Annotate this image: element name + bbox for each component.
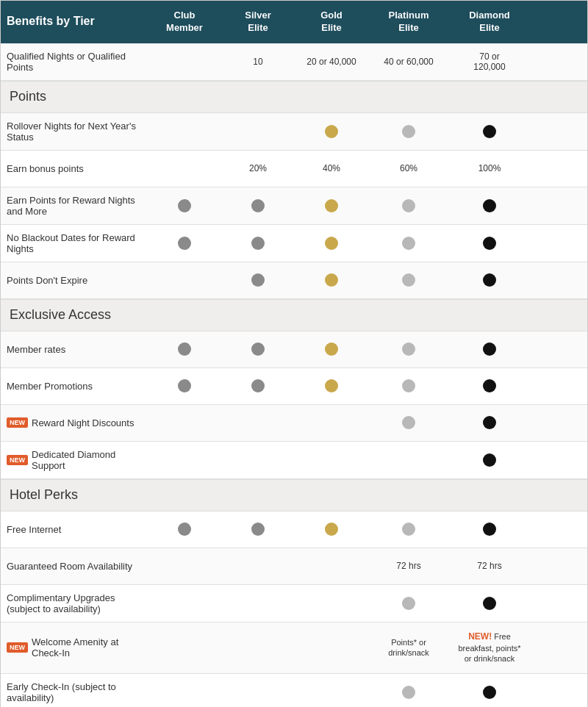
- cell-silver: [221, 515, 295, 543]
- cell-platinum: [368, 678, 449, 706]
- cell-platinum: [368, 589, 449, 617]
- cell-club: [148, 640, 221, 655]
- cell-club: [148, 335, 221, 363]
- cell-platinum: 72 hrs: [368, 553, 449, 578]
- cell-silver: [221, 124, 295, 139]
- cell-club: [148, 54, 221, 69]
- cell-label: Member rates: [1, 337, 148, 362]
- cell-silver: [221, 453, 295, 467]
- cell-platinum: [368, 266, 449, 294]
- table-row: Earn Points for Reward Nights and More: [1, 187, 587, 225]
- cell-diamond: [449, 266, 530, 294]
- benefits-table: Benefits by Tier ClubMember SilverElite …: [0, 0, 588, 707]
- cell-platinum: [368, 335, 449, 363]
- cell-label: NEW Dedicated Diamond Support: [1, 442, 148, 478]
- cell-club: [148, 124, 221, 139]
- table-row: Member rates: [1, 331, 587, 368]
- cell-silver: [221, 192, 295, 220]
- table-row: Free Internet: [1, 512, 587, 548]
- cell-gold: [295, 453, 368, 467]
- cell-silver: 20%: [221, 156, 295, 181]
- table-row: NEW Dedicated Diamond Support: [1, 442, 587, 479]
- cell-club: [148, 273, 221, 287]
- cell-club: [148, 229, 221, 257]
- label-text: Welcome Amenity at Check-In: [32, 636, 142, 658]
- cell-diamond: [449, 515, 530, 543]
- cell-label: No Blackout Dates for Reward Nights: [1, 225, 148, 262]
- table-row: NEW Reward Night Discounts: [1, 405, 587, 442]
- cell-gold: [295, 192, 368, 220]
- label-text: Dedicated Diamond Support: [32, 449, 142, 471]
- cell-platinum: [368, 515, 449, 543]
- cell-club: [148, 415, 221, 430]
- section-exclusive: Exclusive Access: [1, 299, 587, 331]
- cell-label: Complimentary Upgrades (subject to avail…: [1, 585, 148, 622]
- cell-diamond: [449, 118, 530, 146]
- cell-club: [148, 559, 221, 573]
- cell-label: Guaranteed Room Availability: [1, 553, 148, 579]
- cell-diamond: [449, 229, 530, 257]
- cell-club: [148, 515, 221, 543]
- cell-label: Qualified Nights or Qualified Points: [1, 43, 148, 80]
- cell-platinum: [368, 372, 449, 400]
- cell-label: NEW Welcome Amenity at Check-In: [1, 629, 148, 666]
- table-row: Qualified Nights or Qualified Points 10 …: [1, 43, 587, 81]
- cell-diamond: 70 or120,000: [449, 44, 530, 79]
- cell-diamond: [449, 372, 530, 400]
- cell-diamond: 72 hrs: [449, 553, 530, 578]
- new-badge: NEW: [7, 455, 28, 465]
- section-title: Hotel Perks: [1, 480, 530, 510]
- cell-silver: [221, 640, 295, 655]
- table-row: Guaranteed Room Availability 72 hrs 72 h…: [1, 548, 587, 585]
- section-title: Exclusive Access: [1, 300, 530, 330]
- cell-platinum: [368, 453, 449, 467]
- section-hotel: Hotel Perks: [1, 479, 587, 512]
- cell-diamond: 100%: [449, 156, 530, 181]
- cell-diamond: [449, 409, 530, 437]
- cell-gold: [295, 266, 368, 294]
- cell-gold: [295, 596, 368, 611]
- cell-diamond: [449, 678, 530, 706]
- cell-club: [148, 161, 221, 176]
- cell-silver: [221, 372, 295, 400]
- cell-diamond: [449, 192, 530, 220]
- table-row: NEW Welcome Amenity at Check-In Points* …: [1, 622, 587, 674]
- cell-gold: [295, 685, 368, 700]
- table-row: No Blackout Dates for Reward Nights: [1, 225, 587, 262]
- cell-silver: [221, 266, 295, 294]
- cell-silver: [221, 335, 295, 363]
- cell-club: [148, 372, 221, 400]
- header-silver: SilverElite: [221, 1, 295, 43]
- table-header: Benefits by Tier ClubMember SilverElite …: [1, 1, 587, 43]
- cell-gold: [295, 118, 368, 146]
- new-badge: NEW: [7, 417, 28, 428]
- cell-platinum: [368, 118, 449, 146]
- cell-label: Points Don't Expire: [1, 268, 148, 293]
- cell-club: [148, 192, 221, 220]
- cell-silver: [221, 685, 295, 700]
- cell-gold: [295, 229, 368, 257]
- cell-gold: [295, 335, 368, 363]
- cell-label: Early Check-In (subject to availability): [1, 674, 148, 707]
- cell-label: Rollover Nights for Next Year's Status: [1, 113, 148, 150]
- new-badge: NEW: [7, 642, 28, 653]
- cell-platinum: 40 or 60,000: [368, 49, 449, 74]
- cell-platinum: [368, 192, 449, 220]
- cell-gold: [295, 515, 368, 543]
- table-row: Complimentary Upgrades (subject to avail…: [1, 585, 587, 622]
- cell-gold: [295, 372, 368, 400]
- table-row: Earn bonus points 20% 40% 60% 100%: [1, 151, 587, 187]
- cell-silver: [221, 559, 295, 573]
- cell-label: Earn Points for Reward Nights and More: [1, 187, 148, 224]
- cell-platinum: [368, 409, 449, 437]
- cell-silver: [221, 415, 295, 430]
- section-title: Points: [1, 82, 530, 112]
- cell-platinum: Points* or drink/snack: [368, 630, 449, 666]
- cell-label: Earn bonus points: [1, 156, 148, 182]
- cell-platinum: 60%: [368, 156, 449, 181]
- cell-silver: [221, 596, 295, 611]
- header-gold: GoldElite: [295, 1, 368, 43]
- cell-club: [148, 685, 221, 700]
- cell-diamond: NEW! Free breakfast, points* or drink/sn…: [449, 624, 530, 671]
- label-text: Reward Night Discounts: [32, 417, 134, 428]
